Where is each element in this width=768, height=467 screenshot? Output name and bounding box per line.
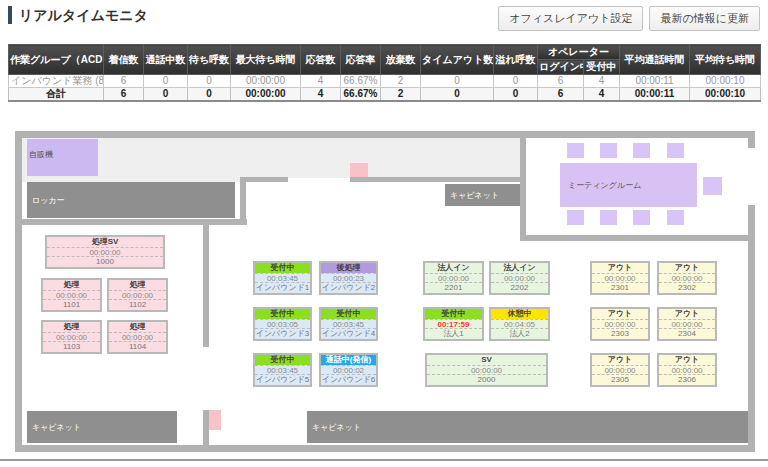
- seat-box[interactable]: 休憩中00:04:05法人2: [489, 307, 550, 341]
- seat-group-name: SV: [427, 355, 546, 365]
- chair: [667, 210, 684, 225]
- refresh-button[interactable]: 最新の情報に更新: [649, 6, 760, 31]
- seat-label: インバウンド6: [321, 375, 376, 385]
- seat-box[interactable]: アウト00:00:002303: [590, 307, 650, 341]
- seat-status-badge: 受付中: [255, 355, 310, 365]
- seat-label: 1101: [43, 300, 100, 310]
- seat-box[interactable]: アウト00:00:002306: [657, 353, 717, 387]
- floor-plan: 自販機 ロッカー キャビネット キャビネット キャビネット ミーティングルーム …: [15, 128, 755, 455]
- seat-timer: 00:00:00: [47, 247, 163, 257]
- seat-box[interactable]: 処理00:00:001103: [41, 320, 102, 354]
- col-header-overflow: 溢れ呼数: [494, 45, 538, 75]
- seat-box[interactable]: 処理00:00:001102: [107, 278, 168, 312]
- seat-box[interactable]: SV00:00:002000: [425, 353, 548, 387]
- acd-cell: 6: [538, 88, 584, 102]
- seat-box[interactable]: 処理SV00:00:001000: [45, 235, 165, 269]
- seat-label: 2301: [592, 283, 648, 293]
- seat-box[interactable]: アウト00:00:002302: [657, 261, 717, 295]
- seat-group-houjin: 法人イン00:00:002201法人イン00:00:002202受付中00:17…: [423, 261, 550, 387]
- acd-cell: 0: [188, 88, 231, 102]
- seat-label: インバウンド3: [255, 329, 310, 339]
- seat-timer: 00:04:05: [491, 319, 548, 329]
- acd-cell: 66.67%: [341, 88, 381, 102]
- col-header-talking: 通話中数: [144, 45, 188, 75]
- seat-label: 2302: [659, 283, 715, 293]
- col-header-waiting: 待ち呼数: [188, 45, 231, 75]
- seat-group-name: アウト: [659, 309, 715, 319]
- seat-label: 1103: [43, 342, 100, 352]
- seat-timer: 00:00:00: [659, 365, 715, 375]
- seat-timer: 00:00:00: [43, 290, 100, 300]
- col-header-logged-in: ログイン中: [538, 60, 584, 75]
- acd-cell: 4: [301, 75, 341, 88]
- seat-box[interactable]: 後処理00:00:23インバウンド2: [319, 261, 378, 295]
- acd-cell: 0: [144, 75, 188, 88]
- acd-total-row: 合計60000:00:00466.67%2006400:00:1100:00:1…: [9, 88, 761, 102]
- col-header-answer-rate: 応答率: [341, 45, 381, 75]
- seat-label: 2202: [491, 283, 548, 293]
- seat-box[interactable]: アウト00:00:002304: [657, 307, 717, 341]
- seat-timer: 00:00:00: [592, 319, 648, 329]
- chair: [633, 143, 650, 158]
- seat-box[interactable]: 受付中00:17:59法人1: [423, 307, 484, 341]
- seat-group-name: アウト: [592, 355, 648, 365]
- seat-group-name: 処理: [109, 280, 166, 290]
- seat-status-badge: 受付中: [425, 309, 482, 319]
- seat-label: インバウンド5: [255, 375, 310, 385]
- seat-box[interactable]: 法人イン00:00:002201: [423, 261, 484, 295]
- chair: [567, 210, 584, 225]
- seat-status-badge: 通話中(発信): [321, 355, 376, 365]
- col-header-avg-wait: 平均待ち時間: [690, 45, 761, 75]
- acd-cell: 0: [188, 75, 231, 88]
- acd-cell: 6: [538, 75, 584, 88]
- seat-group-name: アウト: [592, 309, 648, 319]
- seat-box[interactable]: 通話中(発信)00:00:02インバウンド6: [319, 353, 378, 387]
- acd-cell: 0: [494, 75, 538, 88]
- seat-box[interactable]: アウト00:00:002301: [590, 261, 650, 295]
- seat-box[interactable]: アウト00:00:002305: [590, 353, 650, 387]
- wall-bottom: [15, 445, 755, 452]
- seat-box[interactable]: 受付中00:03:45インバウンド4: [319, 307, 378, 341]
- seat-timer: 00:00:00: [491, 273, 548, 283]
- seat-label: 2306: [659, 375, 715, 385]
- acd-cell: 00:00:11: [620, 75, 690, 88]
- seat-group-name: 処理: [43, 280, 100, 290]
- seat-label: 法人1: [425, 329, 482, 339]
- acd-group-row[interactable]: インバウンド業務 (8100)60000:00:00466.67%2006400…: [9, 75, 761, 88]
- seat-box[interactable]: 処理00:00:001104: [107, 320, 168, 354]
- vending-machine: 自販機: [27, 139, 98, 176]
- wall-segment: [350, 177, 520, 182]
- meeting-room-table: ミーティングルーム: [560, 163, 697, 207]
- seat-label: 1000: [47, 257, 163, 267]
- footer-divider: [0, 459, 768, 461]
- acd-cell: 0: [421, 75, 494, 88]
- seat-timer: 00:00:00: [427, 365, 546, 375]
- seat-box[interactable]: 処理00:00:001101: [41, 278, 102, 312]
- seat-box[interactable]: 受付中00:03:45インバウンド5: [253, 353, 312, 387]
- meeting-room-left-wall: [520, 135, 526, 240]
- cabinet-bottom-right: キャビネット: [307, 411, 748, 443]
- seat-group-inbound: 受付中00:03:45インバウンド1後処理00:00:23インバウンド2受付中0…: [253, 261, 378, 387]
- seat-box[interactable]: 受付中00:03:05インバウンド3: [253, 307, 312, 341]
- wall-segment: [240, 177, 246, 225]
- cabinet-bottom-left: キャビネット: [27, 411, 177, 443]
- seat-box[interactable]: 受付中00:03:45インバウンド1: [253, 261, 312, 295]
- seat-label: 法人2: [491, 329, 548, 339]
- col-header-incoming: 着信数: [104, 45, 144, 75]
- chair: [703, 177, 722, 195]
- seat-timer: 00:00:02: [321, 365, 376, 375]
- door-gap: [748, 148, 755, 205]
- seat-timer: 00:00:00: [592, 365, 648, 375]
- acd-cell: 00:00:10: [690, 75, 761, 88]
- col-header-operator: オペレーター: [538, 45, 620, 60]
- seat-group-name: 処理: [109, 322, 166, 332]
- col-header-timeout: タイムアウト数: [421, 45, 494, 75]
- header-actions: オフィスレイアウト設定 最新の情報に更新: [498, 6, 760, 31]
- office-layout-settings-button[interactable]: オフィスレイアウト設定: [498, 6, 643, 31]
- seat-box[interactable]: 法人イン00:00:002202: [489, 261, 550, 295]
- seat-group-name: 法人イン: [425, 263, 482, 273]
- acd-cell: 00:00:10: [690, 88, 761, 102]
- seat-label: 2000: [427, 375, 546, 385]
- seat-timer: 00:03:45: [255, 365, 310, 375]
- seat-label: 2305: [592, 375, 648, 385]
